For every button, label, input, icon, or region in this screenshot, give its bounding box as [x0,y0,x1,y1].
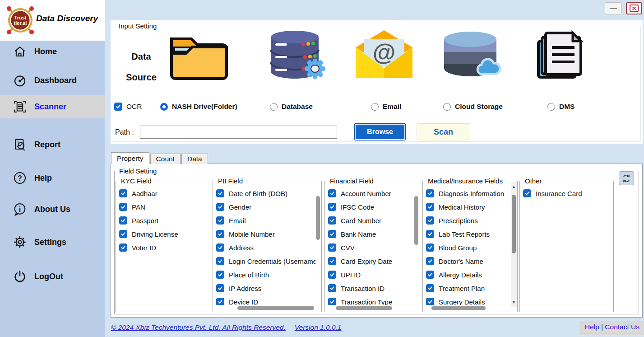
database-icon[interactable] [264,27,327,81]
field-checkbox-item[interactable]: Blood Group [426,241,511,254]
checkbox-checked-icon[interactable] [216,298,224,305]
checkbox-checked-icon[interactable] [328,284,336,292]
email-icon[interactable]: @ [350,27,418,81]
checkbox-checked-icon[interactable] [216,230,224,238]
field-checkbox-item[interactable]: Doctor's Name [426,254,511,268]
field-checkbox-item[interactable]: Account Number [328,187,414,200]
radio-nash-drive[interactable]: NASH Drive(Folder) [160,101,237,112]
pii-horizontal-scrollbar[interactable] [237,306,314,310]
field-checkbox-item[interactable]: Medical History [426,200,511,214]
radio-icon[interactable] [160,103,168,111]
ocr-checkbox[interactable]: OCR [114,101,142,112]
checkbox-checked-icon[interactable] [426,284,434,292]
field-checkbox-item[interactable]: Card Number [328,214,414,227]
sidebar-item-logout[interactable]: LogOut [0,265,105,288]
checkbox-checked-icon[interactable] [216,216,224,225]
checkbox-checked-icon[interactable] [328,298,336,305]
radio-icon[interactable] [371,103,379,111]
scroll-down-icon[interactable]: ▼ [511,300,516,304]
copyright-link[interactable]: © 2024 Xbiz Techventures Pvt. Ltd. All R… [111,323,341,332]
sidebar-item-dashboard[interactable]: Dashboard [0,69,105,92]
medical-horizontal-scrollbar[interactable] [431,306,486,310]
checkbox-checked-icon[interactable] [216,257,224,265]
tab-property[interactable]: Property [111,152,149,164]
help-contact-links[interactable]: Help | Contact Us [579,321,644,335]
checkbox-checked-icon[interactable] [216,271,224,279]
checkbox-checked-icon[interactable] [328,243,336,252]
field-checkbox-item[interactable]: Bank Name [328,227,414,241]
checkbox-checked-icon[interactable] [426,298,434,305]
field-checkbox-item[interactable]: Treatment Plan [426,281,511,295]
sidebar-item-help[interactable]: ? Help [0,166,105,190]
checkbox-checked-icon[interactable] [216,243,224,252]
checkbox-checked-icon[interactable] [426,257,434,265]
checkbox-checked-icon[interactable] [523,189,531,197]
sidebar-item-report[interactable]: $ Report [0,133,105,156]
scan-button[interactable]: Scan [417,123,470,140]
browse-button[interactable]: Browse [354,123,406,140]
checkbox-checked-icon[interactable] [426,271,434,279]
radio-icon[interactable] [547,103,555,111]
pii-vertical-scrollbar[interactable] [316,196,320,240]
field-checkbox-item[interactable]: Passport [119,214,205,227]
checkbox-checked-icon[interactable] [119,203,127,211]
checkbox-checked-icon[interactable] [328,257,336,265]
field-checkbox-item[interactable]: Card Expiry Date [328,254,414,268]
sidebar-item-about[interactable]: i About Us [0,197,105,221]
sidebar-item-scanner[interactable]: Scanner [0,95,105,118]
path-input[interactable] [140,126,337,139]
field-checkbox-item[interactable]: Device ID [216,295,315,305]
checkbox-checked-icon[interactable] [216,189,224,197]
field-checkbox-item[interactable]: Driving License [119,227,205,241]
field-checkbox-item[interactable]: Mobile Number [216,227,315,241]
checkbox-checked-icon[interactable] [426,216,434,225]
checkbox-checked-icon[interactable] [119,189,127,197]
field-checkbox-item[interactable]: Diagnosis Information [426,187,511,200]
field-checkbox-item[interactable]: Transaction ID [328,281,414,295]
checkbox-checked-icon[interactable] [328,230,336,238]
checkbox-checked-icon[interactable] [426,189,434,197]
field-checkbox-item[interactable]: IP Address [216,281,315,295]
checkbox-checked-icon[interactable] [119,243,127,252]
field-checkbox-item[interactable]: Aadhaar [119,187,205,200]
field-checkbox-item[interactable]: CVV [328,241,414,254]
field-checkbox-item[interactable]: IFSC Code [328,200,414,214]
checkbox-checked-icon[interactable] [426,203,434,211]
radio-icon[interactable] [443,103,451,111]
checkbox-checked-icon[interactable] [426,230,434,238]
radio-icon[interactable] [270,103,278,111]
checkbox-checked-icon[interactable] [119,230,127,238]
folder-icon[interactable] [165,27,232,81]
field-checkbox-item[interactable]: Allergy Details [426,268,511,281]
radio-cloud-storage[interactable]: Cloud Storage [443,101,503,112]
field-checkbox-item[interactable]: Voter ID [119,241,205,254]
close-button[interactable]: ✕ [626,2,642,14]
field-checkbox-item[interactable]: Gender [216,200,315,214]
checkbox-icon[interactable] [114,103,122,111]
checkbox-checked-icon[interactable] [216,284,224,292]
field-checkbox-item[interactable]: Insurance Card [523,187,607,200]
scroll-up-icon[interactable]: ▲ [511,184,516,189]
cloud-storage-icon[interactable] [437,27,503,81]
field-checkbox-item[interactable]: UPI ID [328,268,414,281]
financial-horizontal-scrollbar[interactable] [336,306,392,310]
field-checkbox-item[interactable]: Surgery Details [426,295,511,305]
checkbox-checked-icon[interactable] [216,203,224,211]
checkbox-checked-icon[interactable] [119,216,127,225]
field-checkbox-item[interactable]: PAN [119,200,205,214]
field-checkbox-item[interactable]: Prescriptions [426,214,511,227]
field-checkbox-item[interactable]: Date of Birth (DOB) [216,187,315,200]
field-checkbox-item[interactable]: Place of Birth [216,268,315,281]
radio-database[interactable]: Database [270,101,313,112]
tab-data[interactable]: Data [181,154,208,164]
field-checkbox-item[interactable]: Email [216,214,315,227]
financial-vertical-scrollbar[interactable] [414,196,418,245]
checkbox-checked-icon[interactable] [328,271,336,279]
radio-email[interactable]: Email [371,101,401,112]
tab-count[interactable]: Count [150,154,181,164]
checkbox-checked-icon[interactable] [328,189,336,197]
dms-icon[interactable] [533,27,590,81]
field-checkbox-item[interactable]: Lab Test Reports [426,227,511,241]
refresh-button[interactable] [619,171,634,185]
checkbox-checked-icon[interactable] [328,203,336,211]
